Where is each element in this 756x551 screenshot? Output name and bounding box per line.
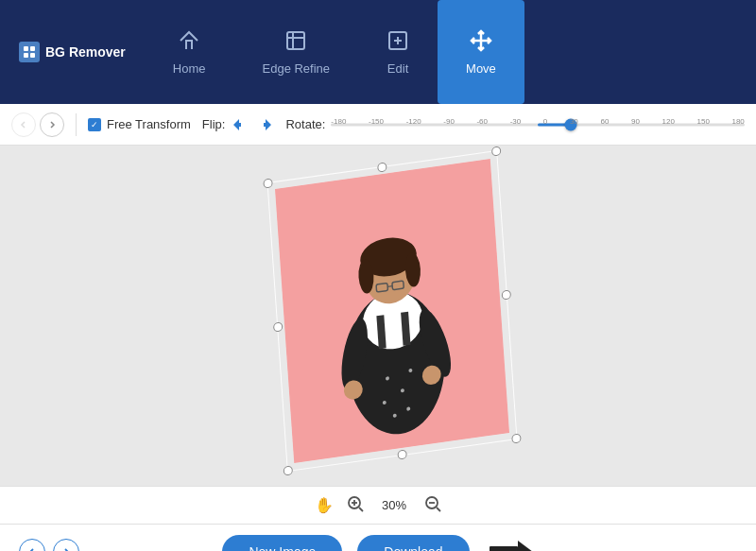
handle-bottom-left[interactable] — [284, 465, 294, 475]
image-canvas — [275, 159, 509, 463]
home-icon — [178, 29, 200, 56]
zoom-out-icon[interactable] — [424, 495, 441, 516]
zoom-bar: ✋ 30% — [0, 486, 756, 524]
svg-line-38 — [437, 508, 440, 511]
svg-marker-41 — [518, 541, 533, 552]
prev-button[interactable] — [19, 539, 45, 552]
handle-middle-left[interactable] — [273, 321, 284, 332]
svg-marker-9 — [233, 119, 241, 130]
free-transform-checkbox[interactable]: ✓ — [88, 118, 101, 131]
flip-section: Flip: — [202, 115, 275, 134]
svg-rect-3 — [30, 53, 35, 58]
rotate-slider-track[interactable]: -180-150-120-90-60-300306090120150180 — [331, 112, 745, 138]
divider-1 — [76, 113, 77, 136]
toolbar: ✓ Free Transform Flip: Rotate: -180-150-… — [0, 104, 756, 146]
move-icon — [470, 29, 492, 56]
handle-middle-right[interactable] — [502, 289, 512, 300]
image-transform-container[interactable] — [275, 159, 509, 463]
rotate-label: Rotate: — [285, 117, 325, 131]
tab-move[interactable]: Move — [438, 0, 524, 104]
rotate-section: Rotate: -180-150-120-90-60-3003060901201… — [285, 112, 745, 138]
hand-tool-icon[interactable]: ✋ — [315, 496, 334, 514]
undo-button[interactable] — [11, 112, 36, 137]
tab-home-label: Home — [173, 61, 206, 76]
redo-button[interactable] — [40, 112, 64, 137]
tab-edit[interactable]: Edit — [358, 0, 438, 104]
canvas-area — [0, 146, 756, 486]
handle-top-right[interactable] — [491, 146, 502, 156]
svg-rect-5 — [287, 32, 304, 49]
tab-edit-label: Edit — [387, 61, 408, 76]
logo-icon — [19, 42, 40, 62]
new-image-button[interactable]: New Image — [222, 535, 342, 552]
edit-icon — [387, 29, 409, 56]
svg-rect-40 — [490, 546, 518, 552]
next-button[interactable] — [53, 539, 79, 552]
flip-horizontal-button[interactable] — [231, 115, 249, 134]
toolbar-nav — [11, 112, 64, 137]
free-transform-label: Free Transform — [107, 117, 191, 131]
flip-label: Flip: — [202, 117, 226, 131]
app-title: BG Remover — [45, 44, 126, 60]
svg-line-26 — [387, 286, 392, 287]
handle-top-center[interactable] — [377, 162, 387, 172]
handle-bottom-right[interactable] — [511, 433, 522, 443]
footer: New Image Download — [0, 524, 756, 551]
tab-edge-refine-label: Edge Refine — [263, 61, 331, 76]
edge-refine-icon — [284, 29, 307, 56]
nav-tabs: Home Edge Refine Edit — [145, 0, 524, 104]
flip-vertical-button[interactable] — [255, 115, 274, 134]
tab-move-label: Move — [466, 61, 496, 76]
download-button[interactable]: Download — [357, 535, 469, 552]
svg-line-34 — [359, 508, 363, 511]
app-header: BG Remover Home Edge Refine — [0, 0, 756, 104]
svg-rect-0 — [24, 46, 28, 51]
tab-edge-refine[interactable]: Edge Refine — [234, 0, 359, 104]
pointing-arrow-icon — [489, 539, 534, 552]
rotate-tick-labels: -180-150-120-90-60-300306090120150180 — [331, 117, 745, 126]
svg-rect-2 — [24, 53, 28, 58]
svg-rect-1 — [30, 46, 35, 51]
person-svg — [275, 159, 509, 463]
free-transform-section: ✓ Free Transform — [88, 117, 191, 131]
handle-bottom-center[interactable] — [397, 449, 407, 459]
zoom-value: 30% — [377, 498, 411, 512]
logo-area: BG Remover — [9, 42, 135, 62]
zoom-in-icon[interactable] — [347, 495, 364, 516]
tab-home[interactable]: Home — [145, 0, 234, 104]
svg-marker-10 — [264, 119, 271, 130]
handle-top-left[interactable] — [263, 178, 273, 188]
arrow-indicator — [489, 539, 534, 552]
